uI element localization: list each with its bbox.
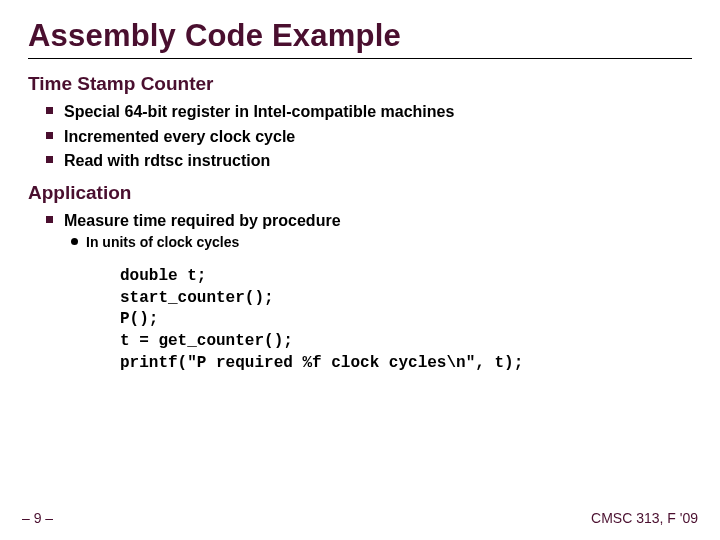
slide: Assembly Code Example Time Stamp Counter… <box>0 0 720 540</box>
list-item: Read with rdtsc instruction <box>64 150 692 172</box>
bullet-list-tsc: Special 64-bit register in Intel-compati… <box>28 101 692 172</box>
code-block: double t; start_counter(); P(); t = get_… <box>120 266 692 374</box>
list-item: Incremented every clock cycle <box>64 126 692 148</box>
section-heading-application: Application <box>28 182 692 204</box>
course-tag: CMSC 313, F '09 <box>591 510 698 526</box>
title-rule <box>28 58 692 59</box>
sub-list-item: In units of clock cycles <box>86 233 692 252</box>
section-heading-tsc: Time Stamp Counter <box>28 73 692 95</box>
sub-bullet-list: In units of clock cycles <box>64 233 692 252</box>
slide-title: Assembly Code Example <box>28 18 692 54</box>
list-item-text: Measure time required by procedure <box>64 212 341 229</box>
page-number: – 9 – <box>22 510 53 526</box>
list-item: Special 64-bit register in Intel-compati… <box>64 101 692 123</box>
bullet-list-application: Measure time required by procedure In un… <box>28 210 692 252</box>
list-item: Measure time required by procedure In un… <box>64 210 692 252</box>
